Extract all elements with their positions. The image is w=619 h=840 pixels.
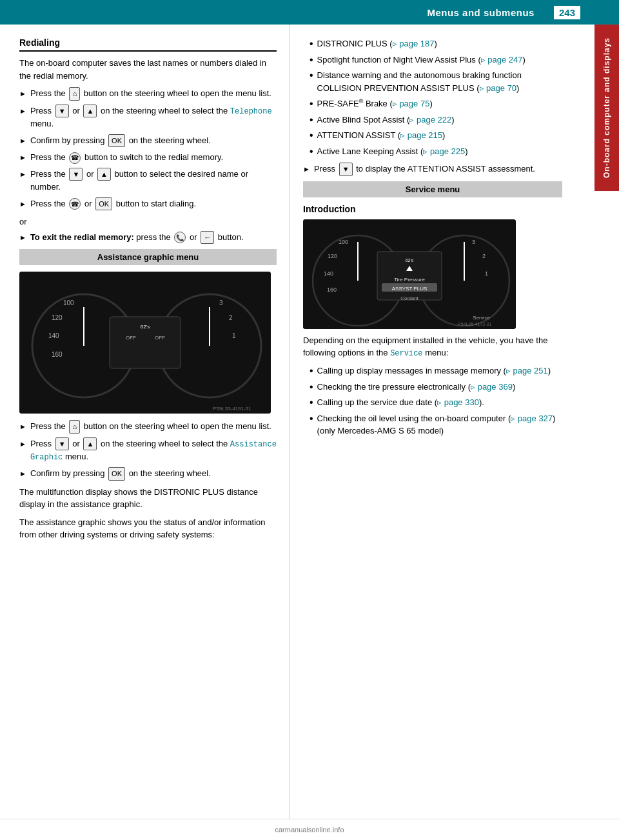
svg-text:3: 3 <box>219 299 223 306</box>
arrow-icon: ► <box>19 152 26 163</box>
list-item: ► Press ▼ or ▲ on the steering wheel to … <box>19 437 277 464</box>
arrow-icon: ► <box>19 199 26 210</box>
list-item: ► To exit the redial memory: press the 📞… <box>19 231 277 245</box>
arrow-icon: ► <box>303 164 310 175</box>
list-item: • Spotlight function of Night View Assis… <box>310 54 562 66</box>
phone-btn: ☎ <box>69 152 81 164</box>
list-item: • Active Lane Keeping Assist (▹ page 225… <box>310 145 562 158</box>
cluster-svg-right: 100 120 140 160 3 2 1 62's Tire Pressure <box>303 219 516 329</box>
svg-text:Tire Pressure: Tire Pressure <box>394 277 425 283</box>
bullet-dot: • <box>310 54 313 66</box>
arrow-icon: ► <box>19 439 26 450</box>
list-item: • Calling up the service due date (▹ pag… <box>310 396 562 409</box>
page-container: Menus and submenus 243 On-board computer… <box>0 0 619 840</box>
bullet-text: Checking the tire pressure electronicall… <box>317 381 516 394</box>
redialing-intro: The on-board computer saves the last nam… <box>19 57 277 82</box>
svg-text:3: 3 <box>472 239 475 245</box>
list-item: ► Press the ☎ or OK button to start dial… <box>19 197 277 211</box>
bullet-dot: • <box>310 69 313 81</box>
bullet-dot: • <box>310 114 313 126</box>
svg-text:160: 160 <box>52 351 63 358</box>
back-btn: ← <box>201 231 214 245</box>
main-content: Redialing The on-board computer saves th… <box>0 25 619 819</box>
list-item: ► Press the ⌂ button on the steering whe… <box>19 87 277 101</box>
introduction-heading: Introduction <box>303 204 562 214</box>
bullet-dot: • <box>310 129 313 141</box>
service-menu-heading: Service menu <box>303 181 562 197</box>
page-number: 243 <box>554 6 580 19</box>
phone-btn: ☎ <box>69 198 81 210</box>
arrow-icon: ► <box>19 232 26 243</box>
svg-text:62's: 62's <box>406 258 414 263</box>
bullet-text: Calling up display messages in message m… <box>317 365 551 377</box>
arrow-icon: ► <box>19 88 26 99</box>
arrow-icon: ► <box>19 421 26 432</box>
bullet-dot: • <box>310 145 313 157</box>
bullet-dot: • <box>310 412 313 425</box>
assistance-steps: ► Press the ⌂ button on the steering whe… <box>19 420 277 481</box>
list-item: • PRE-SAFE® Brake (▹ page 75) <box>310 97 562 110</box>
bullet-dot: • <box>310 396 313 408</box>
down-btn: ▼ <box>339 163 353 176</box>
redialing-heading: Redialing <box>19 37 277 52</box>
bullet-text: PRE-SAFE® Brake (▹ page 75) <box>317 97 433 110</box>
svg-text:140: 140 <box>324 270 333 277</box>
down-btn: ▼ <box>55 105 69 118</box>
arrow-icon: ► <box>19 169 26 180</box>
list-item: • Checking the tire pressure electronica… <box>310 381 562 394</box>
bullet-text: ATTENTION ASSIST (▹ page 215) <box>317 129 446 142</box>
bullet-text: Spotlight function of Night View Assist … <box>317 54 526 66</box>
dashboard-image-right: 100 120 140 160 3 2 1 62's Tire Pressure <box>303 219 516 329</box>
bullet-text: Active Blind Spot Assist (▹ page 222) <box>317 114 455 126</box>
svg-text:OFF: OFF <box>155 335 165 341</box>
dashboard-image-left: 100 120 140 160 62's OFF OFF 3 2 1 <box>19 272 271 414</box>
list-item: • Calling up display messages in message… <box>310 365 562 377</box>
right-bullet-list: • DISTRONIC PLUS (▹ page 187) • Spotligh… <box>310 37 562 157</box>
list-item: ► Press the ▼ or ▲ button to select the … <box>19 168 277 194</box>
svg-text:2: 2 <box>482 253 486 259</box>
bullet-dot: • <box>310 97 313 110</box>
bullet-text: Active Lane Keeping Assist (▹ page 225) <box>317 145 468 158</box>
list-item: • ATTENTION ASSIST (▹ page 215) <box>310 129 562 142</box>
press-step-list: ► Press ▼ to display the ATTENTION ASSIS… <box>303 163 562 176</box>
or-text: or <box>19 215 277 228</box>
svg-text:160: 160 <box>327 286 337 293</box>
down-btn: ▼ <box>69 168 83 181</box>
cluster-svg-left: 100 120 140 160 62's OFF OFF 3 2 1 <box>19 272 271 414</box>
svg-text:P59L33-4191-31: P59L33-4191-31 <box>213 406 251 412</box>
list-item: • Checking the oil level using the on-bo… <box>310 412 562 437</box>
home-btn: ⌂ <box>69 87 80 101</box>
multifunction-text: The multifunction display shows the DIST… <box>19 486 277 511</box>
svg-text:1: 1 <box>485 270 488 277</box>
service-intro: Depending on the equipment installed in … <box>303 334 562 360</box>
ok-btn: OK <box>108 467 125 481</box>
svg-text:140: 140 <box>48 332 59 339</box>
side-tab-label: On-board computer and displays <box>594 25 619 191</box>
svg-text:100: 100 <box>339 239 348 245</box>
telephone-link: Telephone <box>230 107 272 116</box>
list-item: ► Press the ☎ button to switch to the re… <box>19 151 277 164</box>
list-item: ► Press the ⌂ button on the steering whe… <box>19 420 277 434</box>
bullet-text: Distance warning and the autonomous brak… <box>317 69 562 94</box>
svg-text:Service: Service <box>473 315 490 321</box>
end-call-btn: 📞 <box>174 232 186 243</box>
bullet-text: DISTRONIC PLUS (▹ page 187) <box>317 37 437 50</box>
down-btn: ▼ <box>55 437 69 451</box>
list-item: ► Press ▼ to display the ATTENTION ASSIS… <box>303 163 562 176</box>
list-item: • Distance warning and the autonomous br… <box>310 69 562 94</box>
up-btn: ▲ <box>83 105 97 118</box>
header-title: Menus and submenus <box>427 7 535 18</box>
list-item: ► Confirm by pressing OK on the steering… <box>19 467 277 481</box>
svg-text:62's: 62's <box>141 324 150 330</box>
list-item: • Active Blind Spot Assist (▹ page 222) <box>310 114 562 126</box>
left-column: Redialing The on-board computer saves th… <box>0 25 290 819</box>
svg-text:120: 120 <box>52 314 63 321</box>
assistance-menu-heading: Assistance graphic menu <box>19 249 277 265</box>
footer-text: carmanualsonline.info <box>275 826 344 834</box>
bullet-dot: • <box>310 37 313 50</box>
home-btn: ⌂ <box>69 420 80 434</box>
bullet-dot: • <box>310 365 313 377</box>
bullet-text: Checking the oil level using the on-boar… <box>317 412 562 437</box>
svg-text:100: 100 <box>63 299 74 306</box>
list-item: • DISTRONIC PLUS (▹ page 187) <box>310 37 562 50</box>
